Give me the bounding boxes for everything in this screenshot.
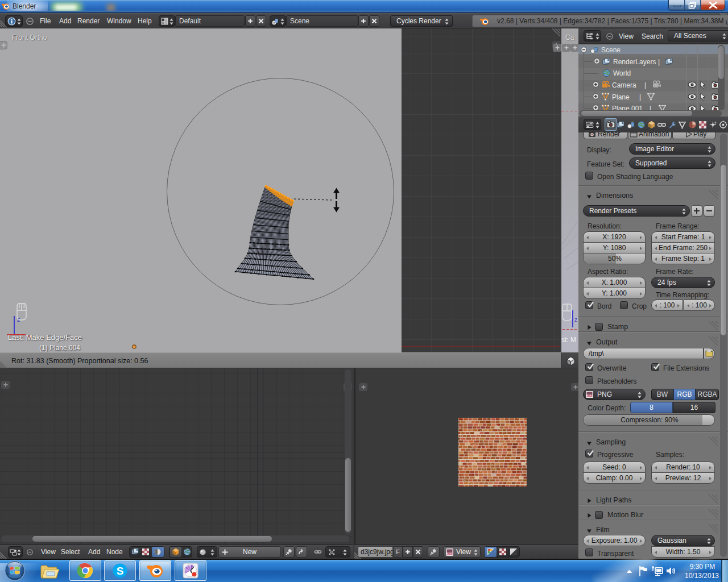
svg-text:z: z — [574, 317, 577, 323]
svg-text:S: S — [117, 565, 124, 577]
svg-text:st: M: st: M — [561, 336, 576, 344]
